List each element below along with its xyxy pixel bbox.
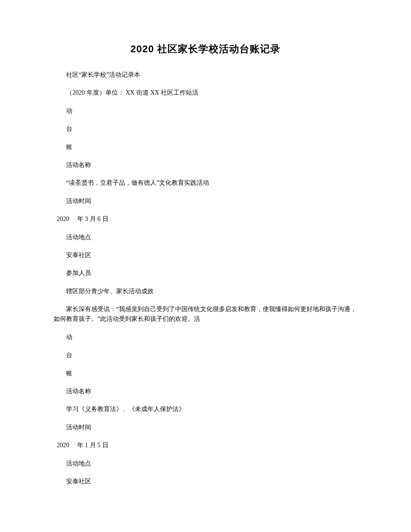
page-title: 2020 社区家长学校活动台账记录 <box>54 42 357 56</box>
body-line: 动 <box>54 106 357 116</box>
body-line: 2020 年 1 月 5 日 <box>54 441 357 450</box>
body-line: 辖区部分青少年、家长活动成效 <box>54 287 357 296</box>
body-line: “读圣贤书，立君子品，做有德人”文化教育实践活动 <box>54 178 357 188</box>
body-line: 活动地点 <box>54 233 357 242</box>
body-line: 台 <box>54 124 357 134</box>
body-line: 台 <box>54 350 357 360</box>
body-line: 活动名称 <box>54 387 357 396</box>
body-line: 账 <box>54 142 357 152</box>
body-line: 活动时间 <box>54 423 357 432</box>
body-line: 社区“家长学校”活动记录本 <box>54 70 357 80</box>
body-line: 账 <box>54 369 357 378</box>
body-line: 动 <box>54 332 357 342</box>
body-line: 安泰社区 <box>54 477 357 486</box>
body-line: 2020 年 3 月 6 日 <box>54 214 357 224</box>
body-line: 活动时间 <box>54 196 357 206</box>
body-line: 家长深有感受说：“我感觉到自己受到了中国传统文化很多启发和教育，使我懂得如何更好… <box>54 304 357 324</box>
body-line: 活动名称 <box>54 160 357 170</box>
body-line: 参加人员 <box>54 268 357 278</box>
body-line: 活动地点 <box>54 459 357 469</box>
body-line: 学习《义务教育法》、《未成年人保护法》 <box>54 404 357 414</box>
body-line: （2020 年度）单位： XX 街道 XX 社区工作站活 <box>54 88 357 98</box>
body-line: 安泰社区 <box>54 250 357 260</box>
